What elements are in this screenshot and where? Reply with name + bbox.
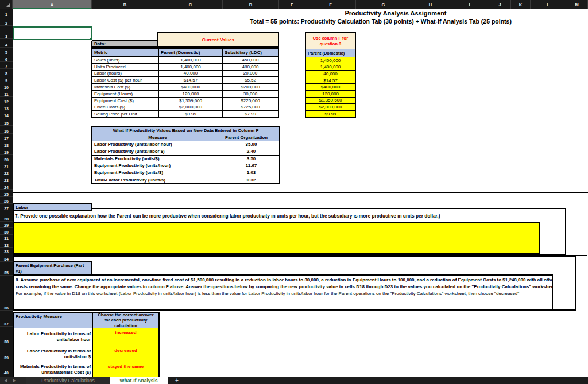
row-header-21[interactable]: 21: [0, 163, 13, 169]
row-header-3[interactable]: 3: [0, 33, 13, 39]
question-7-text[interactable]: 7. Provide one possible explanation how …: [15, 213, 583, 219]
row-header-2[interactable]: 2: [0, 20, 13, 26]
tab-what-if-analysis[interactable]: What-If Analysis: [110, 377, 168, 384]
subsidiary-value-cell[interactable]: $225,000: [223, 98, 278, 104]
row-header-8[interactable]: 8: [0, 70, 13, 76]
column-header-g[interactable]: G: [356, 0, 411, 9]
data-label[interactable]: Data:: [92, 41, 157, 46]
row-header-7[interactable]: 7: [0, 63, 13, 69]
question-8-box[interactable]: 8. Assume purchase of new equipment at a…: [13, 274, 553, 311]
parent-value-cell[interactable]: 1,400,000: [159, 57, 222, 63]
page-title[interactable]: Productivity Analysis Assignment: [223, 10, 568, 17]
labor-header[interactable]: Labor: [14, 204, 91, 210]
row-header-4[interactable]: 4: [0, 41, 13, 48]
subsidiary-value-cell[interactable]: 20,000: [223, 71, 278, 77]
next-sheet-icon[interactable]: ▶: [13, 378, 16, 383]
metric-cell[interactable]: Units Produced: [92, 64, 158, 70]
column-f-input-cell[interactable]: $14.57: [306, 77, 355, 84]
row-header-17[interactable]: 17: [0, 135, 13, 141]
row-header-20[interactable]: 20: [0, 156, 13, 162]
metric-cell[interactable]: Selling Price per Unit: [92, 111, 158, 117]
whatif-measure-cell[interactable]: Equipment Productivity (units/$): [92, 169, 223, 176]
column-f-input-cell[interactable]: $9.99: [306, 111, 355, 117]
answers-measure-header[interactable]: Productivity Measure: [14, 313, 92, 328]
subsidiary-value-cell[interactable]: $725,000: [223, 104, 278, 111]
row-header-9[interactable]: 9: [0, 77, 13, 83]
row-header-35[interactable]: 35: [0, 269, 13, 276]
metric-cell[interactable]: Equipment (Hours): [92, 91, 158, 97]
parent-value-cell[interactable]: $1,359,600: [159, 98, 222, 104]
row-header-11[interactable]: 11: [0, 91, 13, 97]
subsidiary-value-cell[interactable]: 30,000: [223, 91, 278, 97]
answer-dropdown-cell[interactable]: decreased: [93, 346, 158, 362]
select-all-corner[interactable]: [0, 0, 13, 9]
column-header-k[interactable]: K: [511, 0, 531, 9]
row-header-6[interactable]: 6: [0, 56, 13, 62]
column-f-input-cell[interactable]: $400,000: [306, 84, 355, 90]
whatif-value-cell[interactable]: 1.03: [223, 169, 279, 176]
subsidiary-value-cell[interactable]: 450,000: [223, 57, 278, 63]
column-header-j[interactable]: J: [489, 0, 511, 9]
row-header-23[interactable]: 23: [0, 177, 13, 183]
parent-value-cell[interactable]: 40,000: [159, 71, 222, 77]
points-subtitle[interactable]: Total = 55 points: Productivity Calculat…: [172, 18, 588, 25]
whatif-title[interactable]: What-If Productivity Values Based on New…: [92, 127, 279, 134]
metric-cell[interactable]: Labor Cost ($) per hour: [92, 77, 158, 83]
column-f-input-cell[interactable]: 1,400,000: [306, 57, 355, 64]
answer-measure-cell[interactable]: Labor Productivity in terms of units/lab…: [14, 346, 92, 362]
column-f-header[interactable]: Parent (Domestic): [306, 49, 355, 57]
column-header-l[interactable]: L: [531, 0, 566, 9]
row-header-10[interactable]: 10: [0, 84, 13, 90]
row-header-39[interactable]: 39: [0, 354, 13, 360]
selected-cell-a3[interactable]: [13, 26, 92, 40]
answer-dropdown-cell[interactable]: stayed the same: [93, 362, 158, 377]
row-header-24[interactable]: 24: [0, 184, 13, 190]
row-header-25[interactable]: 25: [0, 191, 13, 197]
column-header-e[interactable]: E: [279, 0, 305, 9]
column-f-input-cell[interactable]: 1,400,000: [306, 64, 355, 71]
column-header-i[interactable]: I: [450, 0, 489, 9]
column-header-c[interactable]: C: [158, 0, 223, 9]
row-header-1[interactable]: 1: [0, 11, 13, 17]
column-header-a[interactable]: A: [13, 0, 92, 9]
column-f-input-cell[interactable]: $1,359,600: [306, 98, 355, 104]
row-header-12[interactable]: 12: [0, 98, 13, 104]
row-header-30[interactable]: 30: [0, 228, 13, 235]
whatif-value-cell[interactable]: 2.40: [223, 148, 279, 154]
whatif-value-cell[interactable]: 35.00: [223, 141, 279, 148]
subsidiary-value-cell[interactable]: $200,000: [223, 84, 278, 90]
tab-productivity-calculations[interactable]: Productivity Calculations: [26, 377, 110, 384]
parent-column-header[interactable]: Parent (Domestic): [159, 49, 222, 56]
subsidiary-value-cell[interactable]: 480,000: [223, 64, 278, 70]
column-header-f[interactable]: F: [305, 0, 356, 9]
column-f-input-cell[interactable]: $2,000,000: [306, 104, 355, 110]
metric-column-header[interactable]: Metric: [92, 49, 158, 56]
equipment-header[interactable]: Parent Equipment Purchase (Part #1): [14, 262, 91, 274]
answer-dropdown-cell[interactable]: increased: [93, 328, 158, 346]
column-f-input-cell[interactable]: 40,000: [306, 71, 355, 77]
metric-cell[interactable]: Labor (hours): [92, 71, 158, 77]
row-header-31[interactable]: 31: [0, 235, 13, 241]
metric-cell[interactable]: Sales (units): [92, 57, 158, 63]
metric-cell[interactable]: Equipment Cost ($): [92, 98, 158, 104]
parent-value-cell[interactable]: 1,400,000: [159, 64, 222, 70]
column-header-m[interactable]: M: [566, 0, 588, 9]
subsidiary-column-header[interactable]: Subsidiary (LDC): [223, 49, 278, 56]
current-values-banner[interactable]: Current Values: [158, 33, 278, 46]
answer-measure-cell[interactable]: Labor Productivity in terms of units/lab…: [14, 328, 92, 346]
column-header-h[interactable]: H: [411, 0, 450, 9]
whatif-measure-cell[interactable]: Materials Productivity (units/$): [92, 156, 223, 162]
parent-value-cell[interactable]: $2,000,000: [159, 104, 222, 111]
row-header-13[interactable]: 13: [0, 105, 13, 111]
row-header-27[interactable]: 27: [0, 205, 13, 211]
parent-value-cell[interactable]: $400,000: [159, 84, 222, 90]
row-header-34[interactable]: 34: [0, 255, 13, 262]
row-header-29[interactable]: 29: [0, 222, 13, 228]
subsidiary-value-cell[interactable]: $7.99: [223, 111, 278, 117]
metric-cell[interactable]: Materials Cost ($): [92, 84, 158, 90]
fill-handle[interactable]: [90, 38, 92, 41]
whatif-parent-org-header[interactable]: Parent Organization: [223, 134, 279, 141]
row-header-32[interactable]: 32: [0, 242, 13, 248]
row-header-16[interactable]: 16: [0, 127, 13, 134]
question-7-answer-box[interactable]: [13, 222, 540, 254]
